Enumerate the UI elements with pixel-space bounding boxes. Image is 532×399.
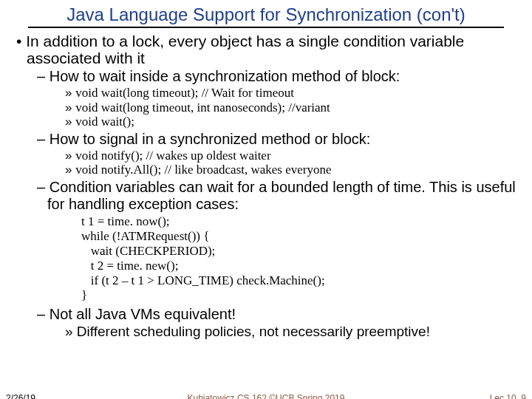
- content-list-2: Not all Java VMs equivalent! Different s…: [7, 306, 525, 341]
- bullet-intro: In addition to a lock, every object has …: [7, 33, 525, 66]
- bullet-vm-note: Not all Java VMs equivalent!: [7, 306, 525, 323]
- slide: Java Language Support for Synchronizatio…: [0, 0, 532, 399]
- code-block: t 1 = time. now(); while (!ATMRequest())…: [7, 214, 525, 303]
- bullet-vm-sub: Different scheduling policies, not neces…: [7, 324, 525, 341]
- footer-page: Lec 10. 9: [490, 393, 526, 399]
- code-wait-1: void wait(long timeout); // Wait for tim…: [7, 86, 525, 100]
- bullet-cond-intro: Condition variables can wait for a bound…: [7, 179, 525, 213]
- bullet-signal-intro: How to signal in a synchronized method o…: [7, 131, 525, 148]
- slide-title: Java Language Support for Synchronizatio…: [7, 4, 525, 25]
- title-underline: [28, 27, 504, 28]
- content-list: In addition to a lock, every object has …: [7, 33, 525, 213]
- bullet-wait-intro: How to wait inside a synchronization met…: [7, 68, 525, 85]
- code-signal-2: void notify.All(); // like broadcast, wa…: [7, 163, 525, 177]
- footer-course: Kubiatowicz CS 162 ©UCB Spring 2019: [0, 393, 532, 399]
- code-signal-1: void notify(); // wakes up oldest waiter: [7, 149, 525, 163]
- code-wait-3: void wait();: [7, 115, 525, 129]
- code-wait-2: void wait(long timeout, int nanoseconds)…: [7, 100, 525, 115]
